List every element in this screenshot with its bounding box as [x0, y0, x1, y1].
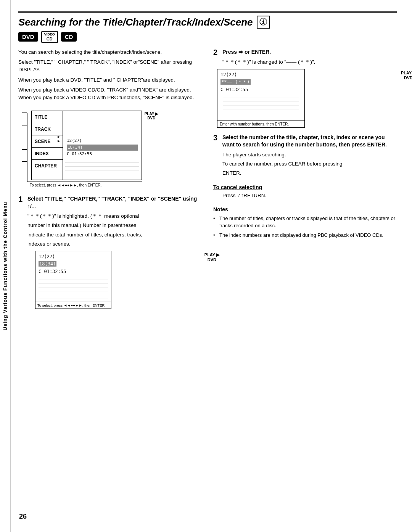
step1-play-label: PLAY ▶: [204, 252, 219, 257]
step2-row2-wrap: **–– (＊＊): [220, 79, 301, 86]
side-tab: Using Various Functions with the Control…: [0, 0, 11, 532]
step1-body1: "＊＊(＊＊)" is highlighted. (＊＊ means optio…: [27, 212, 202, 220]
step1-row1: 12(27): [39, 253, 55, 260]
r2er2: [223, 98, 299, 102]
fd-empty-rows: [65, 159, 139, 178]
step1-play-sub: DVD: [208, 257, 216, 262]
format-badges: DVD VIDEO CD CD: [18, 31, 397, 43]
step2-header: 2 Press ➡ or ENTER.: [213, 48, 397, 56]
note-bullet-2: •: [213, 231, 217, 239]
fd-play-text: PLAY ▶: [145, 112, 158, 116]
top-border: [18, 11, 397, 13]
note-text-2: The index numbers are not displayed duri…: [219, 231, 383, 239]
s1er4: [39, 288, 108, 291]
r2er5: [223, 109, 299, 113]
step1-screen: 12(27) 18(34) C 01:32:55: [35, 251, 111, 309]
step2-row2: **–– (＊＊): [220, 79, 251, 85]
step3-number: 3: [213, 134, 220, 141]
note-bullet-1: •: [213, 215, 217, 230]
cancel-title: To cancel selecting: [213, 184, 397, 190]
arrow-up: ►►: [57, 135, 61, 143]
intro-line3: When you play back a DVD, "TITLE" and " …: [18, 76, 202, 84]
step1-body4: indexes or scenes.: [27, 240, 202, 248]
badge-cd: CD: [61, 32, 77, 42]
main-diagram-wrapper: TITLE TRACK SCENE INDEX CHAPTER ►►: [22, 107, 202, 188]
s1er6: [39, 295, 108, 299]
step2-screen: 12(27) **–– (＊＊) C 01:32:55: [217, 69, 305, 128]
step2-row3: C 01:32:55: [220, 87, 248, 92]
step2-screen-rows: 12(27) **–– (＊＊) C 01:32:55: [220, 71, 301, 93]
step3-header: 3 Select the number of the title, chapte…: [213, 134, 397, 149]
badge-videocd-bottom: CD: [47, 37, 53, 41]
full-diagram-container: TITLE TRACK SCENE INDEX CHAPTER ►►: [27, 107, 142, 188]
step3-body3: ENTER.: [222, 169, 397, 177]
notes-section: Notes • The number of titles, chapters o…: [213, 206, 397, 239]
fd-label-chapter: CHAPTER: [32, 160, 63, 172]
full-diagram: TITLE TRACK SCENE INDEX CHAPTER ►►: [31, 111, 142, 180]
fd-label-title: TITLE: [32, 111, 63, 123]
step1-number: 1: [18, 195, 25, 203]
s1er2: [39, 280, 108, 284]
intro-text: You can search by selecting the title/ch…: [18, 48, 202, 102]
fd-label-track: TRACK: [32, 123, 63, 135]
step2-row1: 12(27): [220, 72, 237, 77]
fd-er2: [65, 163, 139, 167]
step1-screen-footer: To select, press ◄◄●●►►, then ENTER.: [35, 302, 111, 309]
step2-empty-rows: [220, 93, 301, 119]
note-item-1: • The number of titles, chapters or trac…: [213, 215, 397, 230]
step1-row1-wrap: 12(27): [39, 253, 108, 260]
fd-row2: 18(34): [67, 145, 138, 151]
step3-title: Select the number of the title, chapter,…: [222, 134, 397, 149]
r2er3: [223, 102, 299, 106]
step2-play-label: PLAY ▶: [401, 71, 412, 75]
step1-body3: indicate the total number of titles, cha…: [27, 231, 202, 239]
fd-footer: To select, press ◄◄●●►►, then ENTER.: [27, 182, 142, 188]
info-icon: 🛈: [257, 16, 270, 29]
step1-row2-wrap: 18(34): [39, 260, 108, 268]
step2: 2 Press ➡ or ENTER. "＊＊(＊＊)" is changed …: [213, 48, 397, 128]
intro-line2: Select "TITLE," " CHAPTER," " TRACK", "I…: [18, 58, 202, 74]
step3-body2: To cancel the number, press CLEAR before…: [222, 160, 397, 168]
step2-row1-wrap: 12(27): [220, 71, 301, 79]
col-right: 2 Press ➡ or ENTER. "＊＊(＊＊)" is changed …: [213, 48, 397, 315]
note-text-1: The number of titles, chapters or tracks…: [219, 215, 397, 230]
notes-title: Notes: [213, 206, 397, 212]
s1er1: [39, 276, 108, 280]
intro-line4: When you play back a VIDEO CD/CD, "TRACK…: [18, 86, 202, 102]
page-title-area: Searching for the Title/Chapter/Track/In…: [18, 16, 397, 29]
main-content: Searching for the Title/Chapter/Track/In…: [11, 0, 412, 532]
step1-play: PLAY ▶ DVD: [204, 252, 219, 262]
step2-body: "＊＊(＊＊)" is changed to "—— (＊＊)".: [222, 58, 397, 66]
step2-screen-wrapper: 12(27) **–– (＊＊) C 01:32:55: [217, 69, 397, 128]
s1er3: [39, 284, 108, 288]
step1-row3: C 01:32:55: [39, 269, 66, 274]
s1er5: [39, 291, 108, 295]
step2-title: Press ➡ or ENTER.: [222, 48, 271, 56]
step2-screen-footer: Enter with number buttons, then ENTER.: [217, 121, 304, 127]
step1-screen-inner: 12(27) 18(34) C 01:32:55: [35, 251, 111, 302]
step1-header: 1 Select "TITLE," "CHAPTER," "TRACK", "I…: [18, 195, 202, 210]
step2-row3-wrap: C 01:32:55: [220, 86, 301, 93]
badge-videocd-top: VIDEO: [44, 32, 55, 37]
fd-play-sub: DVD: [147, 116, 155, 120]
step3-body: The player starts searching. To cancel t…: [222, 151, 397, 177]
fd-screen: ►► 12(27) 18(34) C 01:32:55: [63, 111, 142, 180]
bracket-connector: [22, 107, 27, 188]
notes-list: • The number of titles, chapters or trac…: [213, 215, 397, 239]
step2-body1: "＊＊(＊＊)" is changed to "—— (＊＊)".: [222, 58, 397, 66]
r2er6: [223, 113, 299, 117]
note-item-2: • The index numbers are not displayed du…: [213, 231, 397, 239]
two-col-layout: You can search by selecting the title/ch…: [18, 48, 397, 315]
fd-screen-top-space: [65, 113, 139, 137]
step1-body: "＊＊(＊＊)" is highlighted. (＊＊ means optio…: [27, 212, 202, 248]
step1-empty-rows: [39, 275, 108, 300]
step2-play: PLAY ▶ DVD: [401, 71, 412, 80]
fd-er1: [65, 159, 139, 163]
step2-play-sub: DVD: [404, 76, 412, 80]
page-title: Searching for the Title/Chapter/Track/In…: [18, 16, 253, 28]
col-left: You can search by selecting the title/ch…: [18, 48, 202, 315]
cancel-body: Press ♂↑RETURN.: [222, 192, 397, 199]
step2-number: 2: [213, 48, 220, 56]
fd-labels: TITLE TRACK SCENE INDEX CHAPTER: [32, 111, 63, 180]
badge-videocd: VIDEO CD: [41, 31, 58, 43]
